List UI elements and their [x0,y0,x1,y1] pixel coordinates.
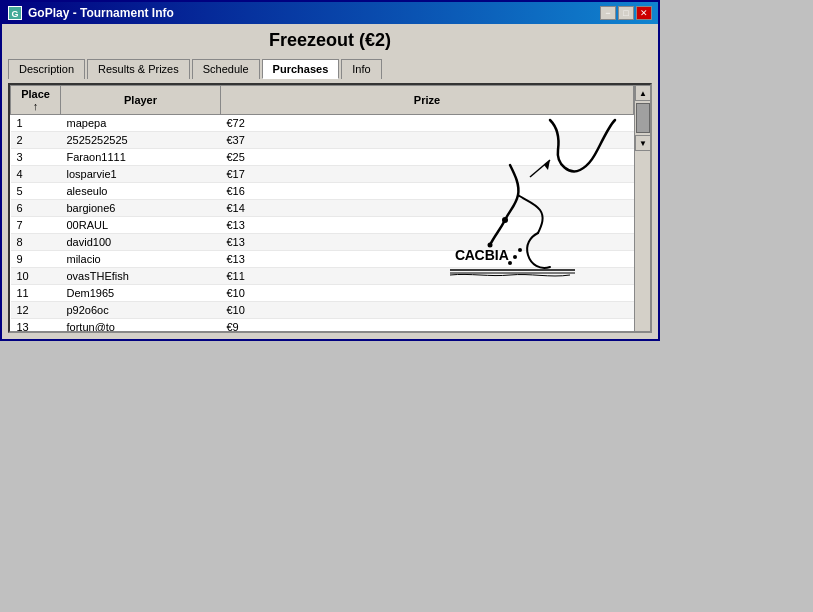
cell-prize: €13 [221,217,634,234]
cell-prize: €17 [221,166,634,183]
scrollbar-down-button[interactable]: ▼ [635,135,651,151]
cell-prize: €9 [221,319,634,334]
minimize-button[interactable]: − [600,6,616,20]
title-bar: G GoPlay - Tournament Info − □ ✕ [2,2,658,24]
cell-player: david100 [61,234,221,251]
cell-place: 12 [11,302,61,319]
table-row: 5aleseulo€16 [11,183,634,200]
cell-prize: €14 [221,200,634,217]
table-row: 10ovasTHEfish€11 [11,268,634,285]
tab-description[interactable]: Description [8,59,85,79]
maximize-button[interactable]: □ [618,6,634,20]
col-prize: Prize [221,86,634,115]
table-row: 13fortun@to€9 [11,319,634,334]
cell-prize: €37 [221,132,634,149]
cell-player: 00RAUL [61,217,221,234]
cell-place: 9 [11,251,61,268]
tab-schedule[interactable]: Schedule [192,59,260,79]
app-icon: G [8,6,22,20]
table-row: 1mapepa€72 [11,115,634,132]
cell-place: 2 [11,132,61,149]
cell-place: 1 [11,115,61,132]
tab-results-prizes[interactable]: Results & Prizes [87,59,190,79]
cell-player: losparvie1 [61,166,221,183]
cell-place: 11 [11,285,61,302]
cell-prize: €11 [221,268,634,285]
scrollbar-thumb[interactable] [636,103,650,133]
table-wrapper: Place ↑ Player Prize 1mapepa€72225252525… [8,83,652,333]
table-container: Place ↑ Player Prize 1mapepa€72225252525… [8,83,652,333]
table-row: 9milacio€13 [11,251,634,268]
cell-place: 7 [11,217,61,234]
cell-prize: €16 [221,183,634,200]
col-place: Place ↑ [11,86,61,115]
window-title: GoPlay - Tournament Info [28,6,174,20]
cell-player: bargione6 [61,200,221,217]
table-row: 700RAUL€13 [11,217,634,234]
tab-purchases[interactable]: Purchases [262,59,340,79]
cell-prize: €25 [221,149,634,166]
cell-player: 2525252525 [61,132,221,149]
cell-player: fortun@to [61,319,221,334]
table-row: 3Faraon1111€25 [11,149,634,166]
cell-player: aleseulo [61,183,221,200]
cell-player: Dem1965 [61,285,221,302]
tab-info[interactable]: Info [341,59,381,79]
cell-player: ovasTHEfish [61,268,221,285]
cell-place: 4 [11,166,61,183]
window-content: Freezeout (€2) Description Results & Pri… [2,24,658,339]
table-row: 6bargione6€14 [11,200,634,217]
cell-place: 3 [11,149,61,166]
scrollbar-up-button[interactable]: ▲ [635,85,651,101]
cell-prize: €72 [221,115,634,132]
title-bar-controls: − □ ✕ [600,6,652,20]
table-scroll-area[interactable]: Place ↑ Player Prize 1mapepa€72225252525… [10,85,634,333]
close-button[interactable]: ✕ [636,6,652,20]
tab-bar: Description Results & Prizes Schedule Pu… [8,59,652,79]
cell-player: p92o6oc [61,302,221,319]
table-row: 8david100€13 [11,234,634,251]
cell-place: 8 [11,234,61,251]
cell-place: 6 [11,200,61,217]
title-bar-left: G GoPlay - Tournament Info [8,6,174,20]
col-player: Player [61,86,221,115]
results-table: Place ↑ Player Prize 1mapepa€72225252525… [10,85,634,333]
cell-player: milacio [61,251,221,268]
cell-prize: €13 [221,234,634,251]
cell-place: 10 [11,268,61,285]
scrollbar[interactable]: ▲ ▼ [634,85,650,331]
table-row: 12p92o6oc€10 [11,302,634,319]
cell-place: 5 [11,183,61,200]
cell-player: mapepa [61,115,221,132]
cell-prize: €10 [221,302,634,319]
cell-prize: €10 [221,285,634,302]
cell-prize: €13 [221,251,634,268]
table-row: 11Dem1965€10 [11,285,634,302]
cell-player: Faraon1111 [61,149,221,166]
table-row: 4losparvie1€17 [11,166,634,183]
tournament-title: Freezeout (€2) [8,30,652,51]
cell-place: 13 [11,319,61,334]
table-row: 22525252525€37 [11,132,634,149]
main-window: G GoPlay - Tournament Info − □ ✕ Freezeo… [0,0,660,341]
